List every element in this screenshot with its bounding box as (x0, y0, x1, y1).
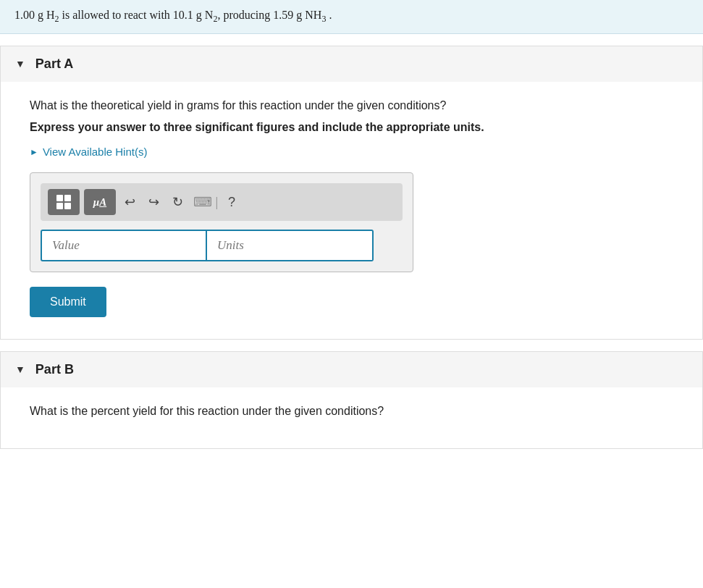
part-b-question: What is the percent yield for this react… (30, 405, 673, 418)
input-row (41, 230, 403, 261)
redo-button[interactable]: ↪ (144, 191, 164, 213)
part-b-section: ▼ Part B What is the percent yield for t… (0, 351, 703, 449)
hint-arrow-icon: ► (30, 147, 38, 157)
submit-button[interactable]: Submit (30, 287, 106, 317)
part-a-label: Part A (35, 56, 73, 72)
part-b-label: Part B (35, 362, 74, 377)
help-button[interactable]: ? (224, 192, 240, 213)
grid-icon (56, 195, 71, 209)
mu-button[interactable]: μA (84, 189, 116, 215)
mu-icon: μA (93, 196, 106, 209)
units-input[interactable] (207, 230, 374, 261)
info-bar: 1.00 g H2 is allowed to react with 10.1 … (0, 0, 703, 34)
part-a-header[interactable]: ▼ Part A (1, 46, 702, 82)
part-a-arrow: ▼ (15, 59, 25, 70)
toolbar-separator: ⌨ | (193, 194, 218, 210)
refresh-button[interactable]: ↻ (168, 191, 188, 213)
part-a-instruction: Express your answer to three significant… (30, 121, 673, 134)
value-input[interactable] (41, 230, 207, 261)
hint-link[interactable]: ► View Available Hint(s) (30, 146, 673, 158)
part-a-question: What is the theoretical yield in grams f… (30, 99, 673, 112)
grid-button[interactable] (48, 189, 80, 215)
part-a-content: What is the theoretical yield in grams f… (1, 82, 702, 339)
hint-link-text: View Available Hint(s) (43, 146, 148, 158)
part-b-header[interactable]: ▼ Part B (1, 352, 702, 387)
answer-box: μA ↩ ↪ ↻ ⌨ | ? (30, 172, 413, 272)
toolbar: μA ↩ ↪ ↻ ⌨ | ? (41, 183, 403, 221)
undo-button[interactable]: ↩ (120, 191, 140, 213)
part-b-arrow: ▼ (15, 364, 25, 376)
part-a-section: ▼ Part A What is the theoretical yield i… (0, 46, 703, 340)
part-b-content: What is the percent yield for this react… (1, 387, 702, 448)
